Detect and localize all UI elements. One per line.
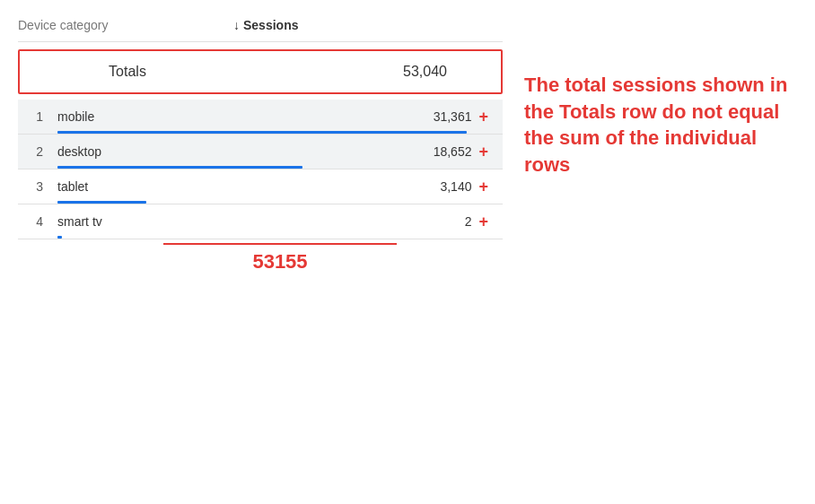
bar-fill (57, 236, 62, 239)
sort-arrow-icon: ↓ (233, 18, 240, 32)
row-device-name: mobile (50, 109, 212, 124)
row-value-container: 3,140 + (212, 178, 503, 195)
left-panel: Device category ↓ Sessions Totals 53,040… (18, 18, 503, 274)
annotation-text: The total sessions shown in the Totals r… (524, 72, 797, 178)
table-row: 4 smart tv 2 + (18, 204, 503, 239)
row-value-container: 31,361 + (212, 109, 503, 125)
bar-container (57, 236, 503, 239)
row-device-name: desktop (50, 144, 212, 159)
totals-label: Totals (20, 64, 235, 80)
row-session-value: 2 (426, 214, 471, 229)
bar-container (57, 166, 503, 169)
plus-button[interactable]: + (478, 178, 488, 195)
row-number: 1 (18, 109, 50, 124)
category-header: Device category (18, 18, 233, 32)
row-number: 2 (18, 144, 50, 159)
row-session-value: 3,140 (426, 179, 471, 194)
sum-section: 53155 (57, 239, 503, 274)
row-value-container: 18,652 + (212, 143, 503, 160)
bar-container (57, 201, 503, 204)
plus-button[interactable]: + (478, 109, 488, 125)
sum-value: 53155 (252, 250, 307, 274)
bar-fill (57, 131, 467, 134)
table-header: Device category ↓ Sessions (18, 18, 503, 42)
row-session-value: 18,652 (426, 144, 471, 159)
bar-fill (57, 166, 302, 169)
plus-button[interactable]: + (478, 213, 488, 230)
sum-line (163, 243, 397, 245)
sessions-header[interactable]: ↓ Sessions (233, 18, 352, 32)
table-row: 1 mobile 31,361 + (18, 100, 503, 135)
totals-value: 53,040 (235, 64, 501, 80)
totals-row: Totals 53,040 (18, 49, 503, 94)
sessions-header-label: Sessions (243, 18, 298, 32)
row-number: 4 (18, 214, 50, 229)
row-number: 3 (18, 179, 50, 194)
table-row: 3 tablet 3,140 + (18, 169, 503, 204)
table-row: 2 desktop 18,652 + (18, 135, 503, 169)
bar-container (57, 131, 503, 134)
bar-fill (57, 201, 146, 204)
data-rows: 1 mobile 31,361 + 2 desktop 18,652 + 3 t… (18, 100, 503, 239)
row-value-container: 2 + (212, 213, 503, 230)
row-device-name: smart tv (50, 214, 212, 229)
plus-button[interactable]: + (478, 143, 488, 160)
row-session-value: 31,361 (426, 109, 471, 124)
row-device-name: tablet (50, 179, 212, 194)
right-panel: The total sessions shown in the Totals r… (503, 18, 797, 178)
